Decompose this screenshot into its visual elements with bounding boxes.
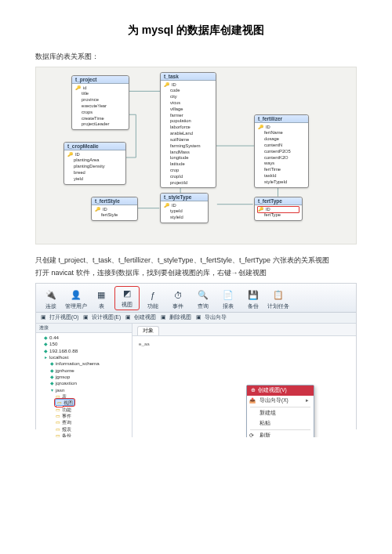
report-button[interactable]: 📄报表 [216, 288, 240, 310]
main-toolbar: 🔌连接👤管理用户▦表◩视图ƒ功能⏱事件🔍查询📄报表💾备份📋计划任务 [36, 284, 356, 313]
context-menu: ⊕ 创建视图(V) 📤 导出向导(X) 新建组 粘贴 [246, 385, 314, 437]
db-information_schema[interactable]: ◆information_schema [49, 360, 132, 367]
tree-pane-label: 连接 [36, 324, 132, 333]
table-button[interactable]: ▦表 [89, 288, 113, 310]
add-icon: ⊕ [251, 387, 256, 393]
report-button-icon: 📄 [221, 288, 235, 302]
db-jgnsop[interactable]: ◆jgnsop [49, 374, 132, 380]
event-button-icon: ⏱ [171, 288, 185, 302]
main-tab-bar: 对象 [132, 324, 356, 336]
design-view-icon: ▣ [83, 314, 90, 321]
db-jasn[interactable]: ▾jasn▭表▭视图▭功能▭事件▭查询▭报表▭备份 [49, 387, 132, 437]
connect-button[interactable]: 🔌连接 [39, 288, 63, 310]
db-jgnhome[interactable]: ◆jgnhome [49, 368, 132, 374]
ctx-export-wizard[interactable]: 📤 导出向导(X) [247, 396, 314, 406]
view-button-icon: ◩ [120, 287, 134, 301]
queries-folder[interactable]: ▭查询 [55, 419, 132, 425]
delete-view[interactable]: ▣删除视图 [161, 314, 191, 321]
navicat-screenshot: 🔌连接👤管理用户▦表◩视图ƒ功能⏱事件🔍查询📄报表💾备份📋计划任务 ▣打开视图(… [35, 283, 357, 429]
er-diagram: t_project 🔑id title province executeYear… [35, 67, 357, 244]
connection-tree-pane: 连接 ◆0.44◆150◆192.168.0.88▸localhost◆info… [36, 324, 132, 437]
export-icon: 📤 [249, 397, 256, 404]
backups-folder[interactable]: ▭备份 [55, 433, 132, 437]
open-view-icon: ▣ [41, 314, 48, 321]
function-button-icon: ƒ [146, 288, 160, 302]
schedule-button-icon: 📋 [271, 288, 285, 302]
sub-toolbar: ▣打开视图(O)▣设计视图(E)▣创建视图▣删除视图▣导出向导 [36, 313, 356, 324]
intro-text: 数据库的表关系图： [35, 52, 357, 62]
page-title: 为 mysql 的数据库创建视图 [35, 24, 357, 38]
ctx-new-group[interactable]: 新建组 [247, 408, 314, 418]
function-button[interactable]: ƒ功能 [141, 288, 165, 310]
create-view-icon: ▣ [125, 314, 132, 321]
connect-button-icon: 🔌 [44, 288, 58, 302]
conn-0-44[interactable]: ◆0.44 [42, 335, 132, 341]
schedule-button[interactable]: 📋计划任务 [267, 288, 290, 310]
table-t-project: t_project 🔑id title province executeYear… [71, 75, 129, 131]
conn-localhost[interactable]: ▸localhost◆information_schema◆jgnhome◆jg… [42, 354, 132, 437]
tab-objects[interactable]: 对象 [137, 326, 159, 335]
open-navicat-paragraph: 打开 navicat 软件，连接到数据库，找到要创建视图的库，右键→创建视图 [35, 268, 357, 278]
main-content-pane: 对象 e_aa ⊕ 创建视图(V) 📤 导出向导(X) 新建组 [132, 324, 356, 437]
views-folder[interactable]: ▭视图 [55, 400, 132, 406]
table-t-styletype: t_styleType 🔑ID typeId styleId [160, 193, 209, 223]
events-folder[interactable]: ▭事件 [55, 413, 132, 419]
object-list: e_aa [132, 336, 356, 351]
manage-user-button[interactable]: 👤管理用户 [64, 288, 88, 310]
refresh-icon: ⟳ [249, 433, 256, 437]
manage-user-button-icon: 👤 [69, 288, 83, 302]
table-t-task: t_task 🔑ID code city vicus village farme… [160, 72, 216, 189]
design-view[interactable]: ▣设计视图(E) [83, 314, 121, 321]
ctx-refresh[interactable]: ⟳ 刷新 [247, 431, 314, 437]
export-wizard[interactable]: ▣导出向导 [196, 314, 227, 321]
conn-192-168-0-88[interactable]: ◆192.168.0.88 [42, 348, 132, 354]
table-t-ferttype: t_fertType 🔑ID fertType [254, 197, 303, 222]
table-button-icon: ▦ [94, 288, 108, 302]
backup-button-icon: 💾 [246, 288, 260, 302]
ctx-paste[interactable]: 粘贴 [247, 418, 314, 429]
middle-paragraph: 只创建 t_project、t_task、t_fertillizer、t_sty… [35, 255, 357, 266]
table-t-cropmealie: t_cropMealie 🔑ID plantingArea plantingDe… [64, 142, 126, 185]
open-view[interactable]: ▣打开视图(O) [41, 314, 78, 321]
query-button[interactable]: 🔍查询 [191, 288, 215, 310]
table-t-fertilizer: t_fertilizer 🔑ID fertName dosage content… [254, 114, 309, 188]
reports-folder[interactable]: ▭报表 [55, 426, 132, 433]
table-t-fertstyle: t_fertStyle 🔑ID fertStyle [91, 197, 138, 222]
delete-view-icon: ▣ [161, 314, 168, 321]
event-button[interactable]: ⏱事件 [166, 288, 190, 310]
create-view[interactable]: ▣创建视图 [125, 314, 156, 321]
query-button-icon: 🔍 [196, 288, 210, 302]
db-jqroaxtion[interactable]: ◆jqroaxtion [49, 380, 132, 386]
view-button[interactable]: ◩视图 [114, 286, 140, 310]
conn-150[interactable]: ◆150 [42, 341, 132, 347]
export-wizard-icon: ▣ [196, 314, 203, 321]
backup-button[interactable]: 💾备份 [241, 288, 265, 310]
functions-folder[interactable]: ▭功能 [55, 407, 132, 413]
ctx-create-view[interactable]: ⊕ 创建视图(V) [247, 386, 314, 396]
